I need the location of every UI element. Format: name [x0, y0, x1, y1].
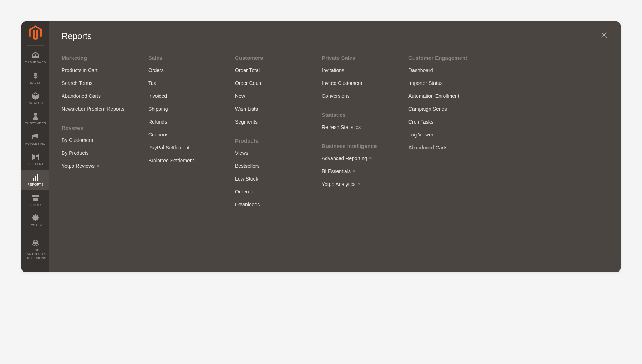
- menu-link-label: Wish Lists: [235, 106, 258, 112]
- nav-sales[interactable]: $ SALES: [21, 68, 49, 88]
- menu-link-label: Newsletter Problem Reports: [62, 106, 124, 112]
- nav-label: DASHBOARD: [25, 61, 46, 64]
- menu-link[interactable]: New: [235, 93, 303, 99]
- menu-link-label: Importer Status: [408, 80, 443, 86]
- section-title: Products: [235, 138, 303, 144]
- menu-link[interactable]: Yotpo Reviews⧉: [62, 163, 130, 169]
- menu-link-label: Ordered: [235, 189, 253, 195]
- menu-link[interactable]: Abandoned Carts: [62, 93, 130, 99]
- store-icon: [32, 194, 39, 202]
- menu-link-label: Refunds: [148, 119, 167, 125]
- menu-link[interactable]: Invited Customers: [322, 80, 390, 86]
- svg-rect-3: [33, 155, 35, 159]
- magento-logo[interactable]: [28, 25, 43, 40]
- menu-link-label: Bestsellers: [235, 163, 259, 169]
- menu-link[interactable]: Invoiced: [148, 93, 216, 99]
- menu-link-label: PayPal Settlement: [148, 145, 190, 150]
- menu-link[interactable]: Automation Enrollment: [408, 93, 476, 99]
- svg-text:$: $: [33, 72, 37, 80]
- menu-link[interactable]: Downloads: [235, 202, 303, 207]
- menu-link[interactable]: Importer Status: [408, 80, 476, 86]
- menu-link[interactable]: Order Total: [235, 67, 303, 73]
- nav-label: FIND PARTNERS & EXTENSIONS: [22, 248, 49, 260]
- section-title: Statistics: [322, 112, 390, 118]
- flyout-columns: MarketingProducts in CartSearch TermsAba…: [62, 55, 608, 207]
- flyout-column: CustomersOrder TotalOrder CountNewWish L…: [235, 55, 303, 207]
- menu-link-label: Advanced Reporting: [322, 155, 367, 161]
- divider: [27, 233, 44, 233]
- menu-link-label: Yotpo Reviews: [62, 163, 95, 169]
- cube-icon: [32, 92, 39, 100]
- nav-catalog[interactable]: CATALOG: [21, 88, 49, 109]
- menu-link[interactable]: Invitations: [322, 67, 390, 73]
- menu-link[interactable]: Abandoned Carts: [408, 145, 476, 150]
- menu-link[interactable]: Dashboard: [408, 67, 476, 73]
- menu-link[interactable]: Bestsellers: [235, 163, 303, 169]
- nav-label: STORES: [29, 203, 43, 207]
- gauge-icon: [32, 51, 39, 59]
- nav-label: CATALOG: [28, 101, 43, 105]
- menu-link[interactable]: Campaign Sends: [408, 106, 476, 112]
- close-button[interactable]: [600, 31, 608, 41]
- nav-label: CONTENT: [27, 162, 44, 166]
- menu-link[interactable]: Shipping: [148, 106, 216, 112]
- menu-link[interactable]: Log Viewer: [408, 132, 476, 138]
- nav-stores[interactable]: STORES: [21, 190, 49, 211]
- menu-link[interactable]: Coupons: [148, 132, 216, 138]
- menu-link[interactable]: Wish Lists: [235, 106, 303, 112]
- menu-link-label: New: [235, 93, 245, 99]
- menu-link[interactable]: Refunds: [148, 119, 216, 125]
- menu-link[interactable]: Order Count: [235, 80, 303, 86]
- menu-link[interactable]: Newsletter Problem Reports: [62, 106, 130, 112]
- menu-link[interactable]: Views: [235, 150, 303, 156]
- flyout-column: Private SalesInvitationsInvited Customer…: [322, 55, 390, 207]
- divider: [27, 45, 44, 46]
- flyout-section: ReviewsBy CustomersBy ProductsYotpo Revi…: [62, 125, 130, 169]
- menu-link[interactable]: BI Essentials⧉: [322, 168, 390, 174]
- menu-link[interactable]: PayPal Settlement: [148, 145, 216, 150]
- menu-link[interactable]: Search Terms: [62, 80, 130, 86]
- nav-content[interactable]: CONTENT: [21, 149, 49, 170]
- svg-rect-2: [32, 154, 39, 160]
- menu-link[interactable]: Orders: [148, 67, 216, 73]
- menu-link-label: Abandoned Carts: [62, 93, 101, 99]
- menu-link[interactable]: Refresh Statistics: [322, 124, 390, 130]
- menu-link-label: Order Count: [235, 80, 263, 86]
- svg-rect-5: [33, 178, 34, 181]
- flyout-section: StatisticsRefresh Statistics: [322, 112, 390, 130]
- nav-customers[interactable]: CUSTOMERS: [21, 109, 49, 129]
- menu-link-label: Invoiced: [148, 93, 167, 99]
- menu-link[interactable]: By Customers: [62, 137, 130, 143]
- section-title: Private Sales: [322, 55, 390, 61]
- menu-link[interactable]: Products in Cart: [62, 67, 130, 73]
- menu-link[interactable]: Tax: [148, 80, 216, 86]
- menu-link[interactable]: Advanced Reporting⧉: [322, 155, 390, 161]
- menu-link-label: Braintree Settlement: [148, 158, 194, 163]
- menu-link[interactable]: Yotpo Analytics⧉: [322, 181, 390, 187]
- menu-link-label: Low Stock: [235, 176, 258, 182]
- nav-label: REPORTS: [27, 183, 43, 187]
- menu-link[interactable]: Low Stock: [235, 176, 303, 182]
- menu-link[interactable]: Conversions: [322, 93, 390, 99]
- menu-link-label: Automation Enrollment: [408, 93, 459, 99]
- menu-link[interactable]: Cron Tasks: [408, 119, 476, 125]
- menu-link[interactable]: Braintree Settlement: [148, 158, 216, 163]
- section-title: Customer Engagement: [408, 55, 476, 61]
- menu-link[interactable]: Ordered: [235, 189, 303, 195]
- flyout-section: Business IntelligenceAdvanced Reporting⧉…: [322, 143, 390, 187]
- menu-link[interactable]: Segments: [235, 119, 303, 125]
- menu-link[interactable]: By Products: [62, 150, 130, 156]
- menu-link-label: By Products: [62, 150, 88, 156]
- menu-link-label: Cron Tasks: [408, 119, 433, 125]
- nav-marketing[interactable]: MARKETING: [21, 129, 49, 149]
- menu-link-label: Coupons: [148, 132, 168, 138]
- section-items: Order TotalOrder CountNewWish ListsSegme…: [235, 67, 303, 125]
- nav-reports[interactable]: REPORTS: [21, 170, 49, 190]
- external-link-icon: ⧉: [97, 164, 99, 168]
- menu-link-label: Products in Cart: [62, 67, 97, 73]
- nav-partners[interactable]: FIND PARTNERS & EXTENSIONS: [21, 235, 49, 263]
- nav-system[interactable]: SYSTEM: [21, 210, 49, 231]
- nav-dashboard[interactable]: DASHBOARD: [21, 48, 49, 68]
- section-title: Sales: [148, 55, 216, 61]
- section-items: Products in CartSearch TermsAbandoned Ca…: [62, 67, 130, 112]
